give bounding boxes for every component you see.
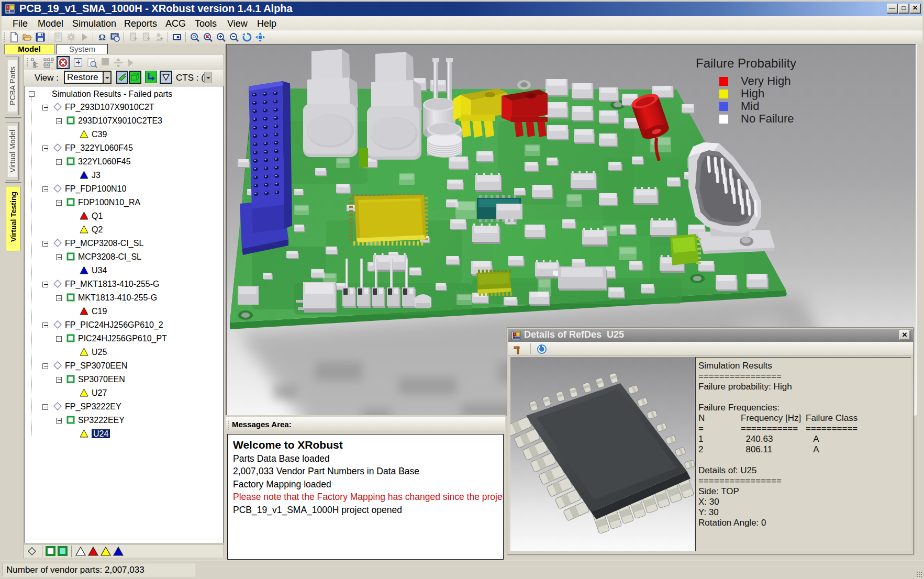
svg-text:Ω: Ω [98,32,106,42]
svg-text:No Failure: No Failure [741,112,794,125]
svg-text:High: High [741,87,764,100]
svg-text:Failure Probability: Failure Probability [696,56,796,70]
svg-text:Mid: Mid [741,99,759,113]
svg-text:Very High: Very High [741,74,791,87]
